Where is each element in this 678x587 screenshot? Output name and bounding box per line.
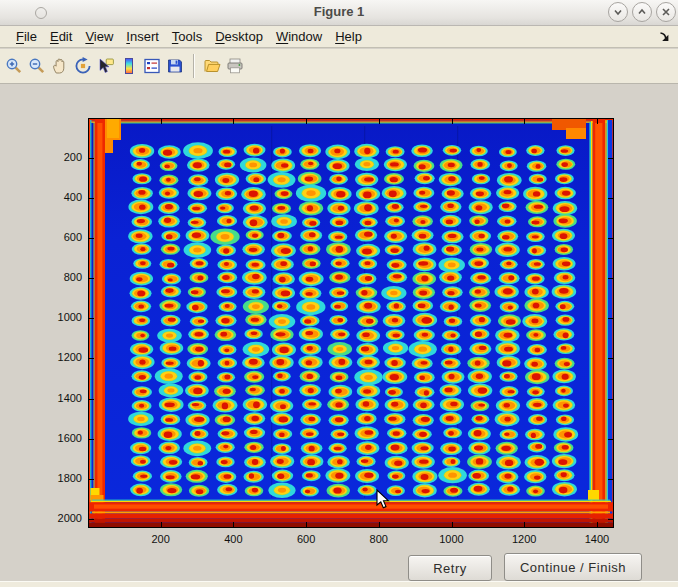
zoom-in-icon <box>5 57 23 75</box>
chevron-down-icon <box>612 6 624 18</box>
insert-colorbar-button[interactable] <box>117 53 140 80</box>
pan-button[interactable] <box>48 53 71 80</box>
data-cursor-icon <box>97 57 115 75</box>
y-tick-label: 2000 <box>30 512 82 525</box>
x-tick-label: 1400 <box>567 533 627 546</box>
x-tick-label: 200 <box>131 533 191 546</box>
y-tick-label: 1600 <box>30 432 82 445</box>
pan-hand-icon <box>51 57 69 75</box>
x-tick-label: 1000 <box>422 533 482 546</box>
menu-file[interactable]: File <box>14 27 39 46</box>
microarray-image[interactable] <box>88 118 614 528</box>
zoom-out-button[interactable] <box>25 53 48 80</box>
window-bottom-edge <box>0 581 678 587</box>
zoom-out-icon <box>28 57 46 75</box>
rotate-3d-button[interactable] <box>71 53 94 80</box>
data-cursor-button[interactable] <box>94 53 117 80</box>
menu-view[interactable]: View <box>83 27 115 46</box>
figure-canvas-area: 2004006008001000120014001600180020002004… <box>0 85 678 587</box>
y-tick-label: 1200 <box>30 351 82 364</box>
menu-window[interactable]: Window <box>274 27 324 46</box>
x-tick-label: 600 <box>276 533 336 546</box>
y-tick-label: 200 <box>30 151 82 164</box>
y-tick-label: 600 <box>30 231 82 244</box>
save-figure-button[interactable] <box>163 53 186 80</box>
save-icon <box>166 57 184 75</box>
insert-colorbar-icon <box>120 57 138 75</box>
menu-edit[interactable]: Edit <box>48 27 74 46</box>
open-folder-icon <box>203 57 221 75</box>
y-tick-label: 1800 <box>30 472 82 485</box>
y-tick-label: 1400 <box>30 392 82 405</box>
y-tick-label: 400 <box>30 191 82 204</box>
menubar: File Edit View Insert Tools Desktop Wind… <box>0 26 678 48</box>
retry-button[interactable]: Retry <box>408 555 492 581</box>
minimize-button[interactable] <box>608 2 628 22</box>
continue-finish-button[interactable]: Continue / Finish <box>504 553 642 581</box>
chevron-up-icon <box>636 6 648 18</box>
close-button[interactable] <box>656 2 676 22</box>
menu-desktop[interactable]: Desktop <box>213 27 265 46</box>
rotate-3d-icon <box>74 57 92 75</box>
menu-tools[interactable]: Tools <box>170 27 204 46</box>
menu-help[interactable]: Help <box>333 27 364 46</box>
y-tick-label: 1000 <box>30 311 82 324</box>
print-figure-button[interactable] <box>223 53 246 80</box>
open-file-button[interactable] <box>200 53 223 80</box>
y-tick-label: 800 <box>30 271 82 284</box>
figure-window: Figure 1 File Edit View Insert Tools Des… <box>0 0 678 587</box>
maximize-button[interactable] <box>632 2 652 22</box>
window-title: Figure 1 <box>0 4 678 19</box>
zoom-in-button[interactable] <box>2 53 25 80</box>
close-icon <box>660 6 672 18</box>
titlebar[interactable]: Figure 1 <box>0 0 678 26</box>
x-tick-label: 800 <box>349 533 409 546</box>
x-tick-label: 1200 <box>494 533 554 546</box>
toolbar-separator <box>193 54 195 78</box>
x-tick-label: 400 <box>203 533 263 546</box>
menu-insert[interactable]: Insert <box>124 27 161 46</box>
toolbar <box>0 49 678 84</box>
insert-legend-icon <box>143 57 161 75</box>
insert-legend-button[interactable] <box>140 53 163 80</box>
print-icon <box>226 57 244 75</box>
dock-figure-icon[interactable] <box>658 31 670 43</box>
